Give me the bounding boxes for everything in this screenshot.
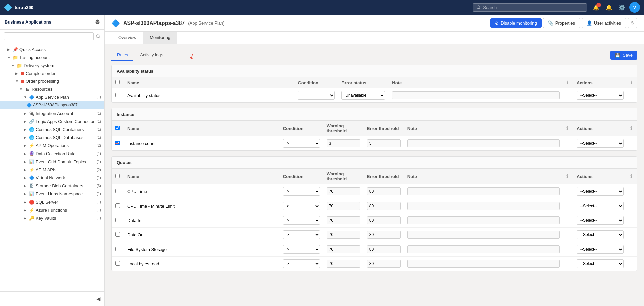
instance-action-select[interactable]: --Select-- xyxy=(577,139,624,148)
apim-apis-label: APIM APIs xyxy=(36,167,95,172)
availability-select-all-checkbox[interactable] xyxy=(115,80,120,84)
quotas-condition-select-2[interactable]: >>=<<==!= xyxy=(283,216,320,225)
quotas-error-2[interactable] xyxy=(367,216,401,224)
sub-tab-activity-logs-label: Activity logs xyxy=(140,52,163,57)
sidebar-item-data-collection-rule[interactable]: ▶ 🔮 Data Collection Rule (1) xyxy=(0,149,104,158)
instance-note-input[interactable] xyxy=(407,139,560,147)
quotas-action-select-0[interactable]: --Select-- xyxy=(577,187,624,196)
notifications-button[interactable]: 🔔 3 xyxy=(591,2,602,13)
sidebar-item-virtual-network[interactable]: ▶ 🔷 Virtual Network (1) xyxy=(0,174,104,182)
quotas-error-1[interactable] xyxy=(367,202,401,210)
quotas-checkbox-4[interactable] xyxy=(115,247,120,251)
tab-overview[interactable]: Overview xyxy=(111,32,143,44)
sidebar-item-asp-selected[interactable]: 🔷 ASP-sl360APIapps-a387 xyxy=(0,101,104,109)
quotas-checkbox-3[interactable] xyxy=(115,232,120,237)
availability-error-status-select[interactable]: Unavailable Available Degraded Unknown xyxy=(341,91,385,100)
quotas-error-5[interactable] xyxy=(367,260,401,268)
sidebar-item-quick-access[interactable]: ▶ 📌 Quick Access xyxy=(0,45,104,53)
quotas-checkbox-5[interactable] xyxy=(115,261,120,266)
instance-actions-info-icon[interactable]: ℹ xyxy=(630,126,632,131)
quotas-info-icon[interactable]: ℹ xyxy=(566,174,568,179)
quotas-warning-5[interactable] xyxy=(327,260,360,268)
quotas-action-select-1[interactable]: --Select-- xyxy=(577,202,624,210)
quotas-checkbox-0[interactable] xyxy=(115,189,120,193)
quotas-error-3[interactable] xyxy=(367,231,401,239)
sidebar-item-app-service-plan[interactable]: ▼ 🔷 App Service Plan (1) xyxy=(0,93,104,101)
availability-status-checkbox[interactable] xyxy=(115,93,120,97)
availability-info-icon[interactable]: ℹ xyxy=(566,80,568,85)
tab-monitoring[interactable]: Monitoring xyxy=(143,32,177,44)
sidebar-item-complete-order[interactable]: ▶ Complete order xyxy=(0,70,104,77)
alerts-button[interactable]: 🔔 xyxy=(604,2,614,13)
sidebar-item-integration-account[interactable]: ▶ 🔌 Integration Account (1) xyxy=(0,109,104,117)
availability-note-input[interactable] xyxy=(392,91,560,99)
sidebar-item-apim-apis[interactable]: ▶ ⚡ APIM APIs (2) xyxy=(0,166,104,174)
settings-button[interactable]: ⚙️ xyxy=(616,2,627,13)
availability-actions-info-icon[interactable]: ℹ xyxy=(630,80,632,85)
availability-condition-select[interactable]: = != > < xyxy=(298,91,335,100)
sidebar-item-order-processing[interactable]: ▼ Order processing xyxy=(0,77,104,85)
save-button[interactable]: 💾 Save xyxy=(610,51,637,60)
user-activities-button[interactable]: 👤 User activities xyxy=(582,18,626,28)
quotas-error-0[interactable] xyxy=(367,187,401,195)
quotas-row: File System Storage >>=<<==!= --Select-- xyxy=(112,242,637,257)
quotas-error-4[interactable] xyxy=(367,245,401,253)
properties-button[interactable]: 📎 Properties xyxy=(543,18,580,28)
quotas-note-0[interactable] xyxy=(407,187,560,195)
quotas-warning-1[interactable] xyxy=(327,202,360,210)
quotas-action-select-4[interactable]: --Select-- xyxy=(577,245,624,254)
sidebar-item-resources[interactable]: ▼ ⊞ Resources xyxy=(0,85,104,93)
disable-monitoring-button[interactable]: ⊘ Disable monitoring xyxy=(490,18,542,28)
search-bar[interactable] xyxy=(473,3,587,12)
sidebar-item-storage-blob[interactable]: ▶ 🗄 Storage Blob Containers (3) xyxy=(0,182,104,190)
more-actions-button[interactable]: ⟳ xyxy=(628,18,637,28)
quotas-select-all-checkbox[interactable] xyxy=(115,174,120,178)
quotas-actions-info-icon[interactable]: ℹ xyxy=(630,174,632,179)
quotas-warning-4[interactable] xyxy=(327,245,360,253)
logic-apps-label: Logic Apps Custom Connector xyxy=(36,119,95,124)
quotas-note-2[interactable] xyxy=(407,216,560,224)
sidebar-item-apim-operations[interactable]: ▶ ⚡ APIM Operations (2) xyxy=(0,141,104,149)
sidebar-item-key-vaults[interactable]: ▶ 🔑 Key Vaults (1) xyxy=(0,214,104,222)
sidebar-item-azure-functions[interactable]: ▶ ⚡ Azure Functions (1) xyxy=(0,206,104,214)
quotas-note-1[interactable] xyxy=(407,202,560,210)
instance-select-all-checkbox[interactable] xyxy=(115,126,120,130)
sidebar-item-event-hubs[interactable]: ▶ 📊 Event Hubs Namespace (1) xyxy=(0,190,104,198)
instance-condition-select[interactable]: > >= < <= = != xyxy=(283,139,320,148)
quotas-warning-0[interactable] xyxy=(327,187,360,195)
search-input[interactable] xyxy=(483,5,583,10)
sidebar-item-sql-server[interactable]: ▶ 🔴 SQL Server (1) xyxy=(0,198,104,206)
sidebar-collapse-button[interactable]: ◀ xyxy=(95,294,102,303)
sidebar-search-input[interactable] xyxy=(4,32,94,40)
sidebar-item-logic-apps-connector[interactable]: ▶ 🔗 Logic Apps Custom Connector (1) xyxy=(0,117,104,125)
instance-error-input[interactable] xyxy=(367,139,401,147)
quotas-condition-select-4[interactable]: >>=<<==!= xyxy=(283,245,320,254)
quotas-condition-select-5[interactable]: >>=<<==!= xyxy=(283,259,320,268)
quotas-checkbox-1[interactable] xyxy=(115,203,120,208)
quotas-note-3[interactable] xyxy=(407,231,560,239)
sidebar-item-cosmos-sql-databases[interactable]: ▶ 🌐 Cosmos SQL Databases (1) xyxy=(0,133,104,141)
sidebar-settings-icon[interactable]: ⚙ xyxy=(95,19,100,25)
sub-tab-rules[interactable]: Rules xyxy=(111,50,133,61)
availability-action-select[interactable]: --Select-- xyxy=(577,91,624,100)
quotas-checkbox-2[interactable] xyxy=(115,218,120,222)
quotas-action-select-5[interactable]: --Select-- xyxy=(577,259,624,268)
quotas-condition-select-3[interactable]: >>=<<==!= xyxy=(283,230,320,239)
sub-tab-activity-logs[interactable]: Activity logs xyxy=(135,50,169,61)
instance-info-icon[interactable]: ℹ xyxy=(566,126,568,131)
instance-warning-input[interactable] xyxy=(327,139,360,147)
quotas-note-5[interactable] xyxy=(407,260,560,268)
quotas-action-select-3[interactable]: --Select-- xyxy=(577,230,624,239)
sidebar-item-delivery-system[interactable]: ▼ 📁 Delivery system xyxy=(0,61,104,70)
sidebar-search-bar[interactable] xyxy=(0,30,104,43)
user-avatar[interactable]: V xyxy=(629,2,640,13)
quotas-warning-3[interactable] xyxy=(327,231,360,239)
quotas-note-4[interactable] xyxy=(407,245,560,253)
quotas-condition-select-1[interactable]: >>=<<==!= xyxy=(283,202,320,210)
quotas-action-select-2[interactable]: --Select-- xyxy=(577,216,624,225)
quotas-warning-2[interactable] xyxy=(327,216,360,224)
sidebar-item-testing-account[interactable]: ▼ 📁 Testing account xyxy=(0,53,104,61)
sidebar-item-event-grid-domain[interactable]: ▶ 📊 Event Grid Domain Topics (1) xyxy=(0,158,104,166)
quotas-condition-select-0[interactable]: >>=<<==!= xyxy=(283,187,320,196)
sidebar-item-cosmos-sql-containers[interactable]: ▶ 🌐 Cosmos SQL Containers (1) xyxy=(0,125,104,133)
